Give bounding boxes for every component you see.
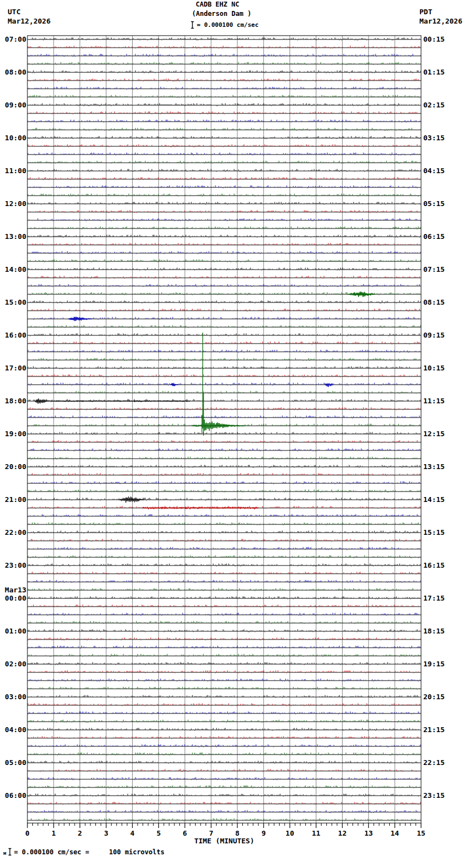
- trace-noise: [28, 71, 420, 73]
- utc-hour-label: 13:00: [5, 232, 26, 241]
- utc-hour-label: 20:00: [5, 462, 26, 471]
- trace-noise: [28, 736, 418, 739]
- trace-noise: [28, 391, 419, 394]
- utc-hour-label: 07:00: [5, 35, 26, 43]
- trace-noise: [30, 465, 420, 468]
- utc-hour-label: 18:00: [5, 397, 26, 405]
- axis-tick-label: 0: [25, 829, 30, 837]
- pdt-hour-label: 07:15: [423, 265, 445, 273]
- footer-prefix-glyph: м: [3, 851, 6, 856]
- trace-noise: [28, 46, 419, 49]
- utc-hour-label: 08:00: [5, 68, 26, 76]
- trace-noise: [31, 605, 418, 608]
- trace-noise: [29, 654, 420, 657]
- trace-noise: [28, 145, 419, 147]
- trace-noise: [28, 786, 419, 789]
- helicorder-page: UTC Mar12,2026 PDT Mar12,2026 CADB EHZ N…: [0, 0, 466, 868]
- axis-tick-label: 6: [183, 829, 187, 837]
- trace-noise: [30, 104, 418, 106]
- trace-noise: [28, 79, 418, 82]
- trace-noise: [29, 498, 420, 501]
- trace-noise: [28, 120, 420, 123]
- trace-noise: [30, 326, 420, 328]
- pdt-hour-label: 20:15: [423, 693, 445, 701]
- axis-tick-label: 11: [312, 829, 321, 837]
- pdt-hour-label: 02:15: [423, 101, 445, 109]
- trace-noise: [28, 276, 419, 279]
- trace-noise: [28, 202, 420, 205]
- pdt-hour-label: 00:15: [423, 35, 445, 43]
- pdt-hour-label: 10:15: [423, 364, 445, 372]
- utc-hour-label: 06:00: [5, 791, 26, 800]
- seismic-event: [193, 425, 202, 427]
- pdt-hour-label: 18:15: [423, 627, 445, 635]
- trace-noise: [28, 194, 420, 197]
- trace-noise: [31, 819, 416, 821]
- trace-noise: [30, 112, 417, 115]
- trace-noise: [29, 621, 419, 624]
- trace-noise: [28, 62, 418, 65]
- trace-noise: [30, 227, 420, 230]
- pdt-hour-label: 12:15: [423, 430, 445, 438]
- trace-noise: [28, 383, 420, 386]
- pdt-hour-label: 14:15: [423, 495, 445, 504]
- trace-noise: [32, 128, 420, 131]
- pdt-hour-label: 06:15: [423, 232, 445, 241]
- axis-tick-label: 5: [156, 829, 161, 837]
- trace-noise: [28, 580, 420, 583]
- axis-tick-label: 14: [390, 829, 399, 837]
- utc-hour-label: 17:00: [5, 364, 26, 372]
- trace-noise: [31, 539, 420, 542]
- seismic-event: [120, 496, 144, 502]
- trace-noise: [28, 268, 420, 271]
- axis-tick-label: 7: [209, 829, 213, 837]
- trace-noise: [31, 482, 419, 484]
- trace-noise: [28, 753, 420, 756]
- pdt-hour-label: 09:15: [423, 331, 445, 339]
- trace-noise: [28, 638, 420, 641]
- trace-noise: [28, 153, 419, 156]
- trace-noise: [28, 367, 420, 369]
- trace-noise: [28, 473, 420, 476]
- trace-noise: [28, 556, 419, 558]
- trace-noise: [28, 589, 420, 591]
- pdt-hour-label: 15:15: [423, 528, 445, 536]
- trace-noise: [28, 515, 418, 517]
- trace-noise: [28, 490, 420, 493]
- utc-hour-label: 14:00: [5, 265, 26, 273]
- utc-hour-label: 11:00: [5, 167, 26, 175]
- trace-noise: [28, 161, 419, 164]
- trace-noise: [32, 38, 419, 41]
- utc-hour-label: 22:00: [5, 528, 26, 536]
- trace-noise: [28, 54, 420, 57]
- trace-noise: [29, 564, 420, 567]
- trace-noise: [31, 695, 418, 698]
- utc-hour-label: 10:00: [5, 134, 26, 142]
- utc-hour-label: 21:00: [5, 495, 26, 504]
- trace-noise: [30, 169, 420, 172]
- pdt-hour-label: 21:15: [423, 726, 445, 734]
- trace-noise: [28, 802, 420, 805]
- trace-noise: [28, 252, 420, 254]
- footer-scale-text: = 0.000100 cm/sec = 100 microvolts: [14, 848, 164, 856]
- utc-hour-label: 09:00: [5, 101, 26, 109]
- trace-noise: [29, 572, 419, 575]
- trace-noise: [28, 630, 419, 632]
- utc-hour-label: 16:00: [5, 331, 26, 339]
- pdt-hour-label: 05:15: [423, 199, 445, 208]
- utc-hour-label: 05:00: [5, 758, 26, 767]
- trace-noise: [29, 679, 420, 682]
- trace-noise: [31, 531, 418, 534]
- pdt-hour-label: 13:15: [423, 462, 445, 471]
- trace-noise: [28, 646, 420, 649]
- trace-noise: [28, 794, 420, 797]
- pdt-hour-label: 01:15: [423, 68, 445, 76]
- axis-tick-label: 10: [286, 829, 294, 837]
- utc-hour-label: 19:00: [5, 430, 26, 438]
- trace-noise: [30, 186, 417, 189]
- axis-tick-label: 13: [364, 829, 373, 837]
- axis-tick-label: 4: [130, 829, 135, 837]
- axis-tick-label: 2: [78, 829, 82, 837]
- utc-hour-label: 12:00: [5, 199, 26, 208]
- date-break-label: Mar13: [5, 586, 26, 594]
